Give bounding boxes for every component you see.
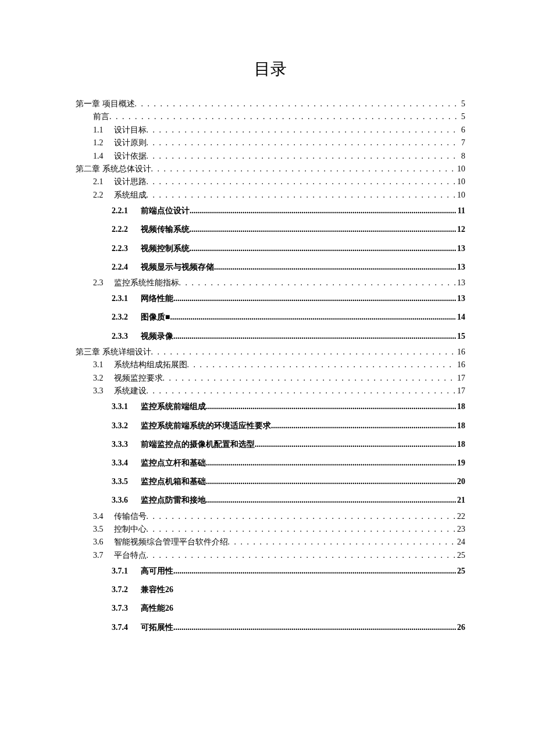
toc-entry: 3.7.1高可用性25 [112,562,465,581]
toc-entry-text: 网络性能 [141,289,173,308]
toc-leader-dots [147,549,456,562]
toc-entry: 1.1设计目标6 [93,124,465,137]
toc-entry-text: 前言 [93,110,109,123]
toc-entry-text: 高性能26 [141,599,173,618]
toc-leader-dots [255,435,456,454]
toc-entry-number: 3.7.4 [112,618,141,637]
toc-entry: 3.1系统结构组成拓展图16 [93,359,465,371]
toc-entry-text: 监控系统前端系统的环境适应性要求 [141,417,271,435]
toc-entry-text: 视频监控要求 [114,372,163,385]
toc-entry: 2.3监控系统性能指标13 [93,277,465,289]
toc-entry: 3.7平台特点25 [93,549,465,562]
toc-entry-page: 5 [460,98,465,110]
toc-leader-dots [173,618,456,637]
toc-entry: 2.2系统组成10 [93,189,465,202]
toc-entry-number: 3.7.2 [112,581,141,599]
toc-entry-page: 10 [456,189,465,202]
toc-entry: 3.3.5监控点机箱和基础20 [112,472,465,491]
toc-entry-page: 13 [456,258,465,277]
toc-entry: 2.3.3视频录像15 [112,327,465,346]
toc-entry-number: 3.4 [93,510,114,523]
toc-entry-page: 23 [456,523,465,536]
toc-entry-page: 17 [456,385,465,397]
toc-entry: 2.2.4视频显示与视频存储13 [112,258,465,277]
toc-entry-text: 设计目标 [114,124,147,137]
toc-leader-dots [190,239,456,258]
toc-entry-number: 3.7 [93,549,114,562]
toc-leader-dots [147,385,456,397]
toc-entry-text: 智能视频综合管理平台软件介绍 [114,536,228,549]
toc-entry-text: 图像质■ [141,308,170,327]
toc-entry-text: 传输信号 [114,510,147,523]
toc-entry-number: 3.3.6 [112,491,141,510]
toc-entry: 3.7.2兼容性26 [112,581,465,599]
toc-entry: 3.3.1监控系统前端组成18 [112,397,465,416]
toc-entry-text: 兼容性26 [141,581,173,599]
toc-leader-dots [147,510,456,523]
toc-entry: 2.1设计思路10 [93,175,465,188]
toc-entry: 3.3系统建设17 [93,385,465,397]
toc-entry-page: 16 [456,359,465,371]
table-of-contents: 第一章 项目概述5前言51.1设计目标61.2设计原则71.4设计依据8第二章 … [76,98,465,637]
toc-entry-number: 3.3.1 [112,397,141,416]
toc-entry-number: 2.3 [93,277,114,289]
toc-entry: 3.5控制中心23 [93,523,465,536]
toc-entry-page: 24 [456,536,465,549]
toc-leader-dots [163,372,456,385]
toc-entry-page: 25 [456,562,465,581]
toc-entry-text: 监控系统前端组成 [141,397,206,416]
toc-entry-number: 2.2.2 [112,220,141,239]
toc-entry-number: 3.7.3 [112,599,141,618]
toc-entry-page: 7 [460,137,465,149]
toc-entry-text: 系统结构组成拓展图 [114,359,187,371]
toc-entry: 3.3.3前端监控点的摄像机配置和选型18 [112,435,465,454]
toc-entry-page: 22 [456,510,465,523]
toc-entry-page: 13 [456,289,465,308]
toc-entry-text: 设计依据 [114,150,147,163]
toc-entry: 3.3.6监控点防雷和接地21 [112,491,465,510]
toc-entry-page: 17 [456,372,465,385]
toc-entry-text: 监控系统性能指标 [114,277,179,289]
toc-entry-number: 2.3.3 [112,327,141,346]
toc-entry: 3.7.4可拓展性26 [112,618,465,637]
toc-leader-dots [173,289,456,308]
toc-entry-text: 平台特点 [114,549,147,562]
toc-entry: 3.7.3高性能26 [112,599,465,618]
toc-entry-number: 1.1 [93,124,114,137]
toc-entry-number: 2.2 [93,189,114,202]
toc-leader-dots [206,472,456,491]
toc-entry-text: 监控点立杆和基础 [141,454,206,472]
toc-leader-dots [206,397,456,416]
toc-leader-dots [147,523,456,536]
toc-entry-number: 1.4 [93,150,114,163]
toc-entry-text: 高可用性 [141,562,173,581]
toc-entry-number: 3.5 [93,523,114,536]
toc-entry-number: 3.3 [93,385,114,397]
toc-entry-page: 20 [456,472,465,491]
toc-leader-dots [206,454,456,472]
toc-entry-page: 21 [456,491,465,510]
toc-entry-page: 14 [456,308,465,327]
toc-entry-page: 16 [456,346,465,359]
toc-entry-text: 系统组成 [114,189,147,202]
toc-entry-text: 设计思路 [114,175,147,188]
toc-entry-page: 10 [456,163,465,175]
toc-leader-dots [147,124,461,137]
toc-entry-page: 12 [456,220,465,239]
toc-entry-number: 1.2 [93,137,114,149]
toc-leader-dots [271,417,456,435]
document-page: 目录 第一章 项目概述5前言51.1设计目标61.2设计原则71.4设计依据8第… [0,0,535,753]
toc-entry-number: 3.6 [93,536,114,549]
toc-entry-page: 11 [456,202,465,220]
toc-entry: 3.3.4监控点立杆和基础19 [112,454,465,472]
toc-leader-dots [173,562,456,581]
toc-entry: 3.4传输信号22 [93,510,465,523]
toc-entry-page: 26 [456,618,465,637]
toc-entry: 1.2设计原则7 [93,137,465,149]
toc-entry-text: 第三章 系统详细设计 [76,346,151,359]
toc-entry-text: 视频控制系统 [141,239,190,258]
toc-entry-text: 监控点机箱和基础 [141,472,206,491]
toc-entry-page: 18 [456,435,465,454]
toc-entry: 1.4设计依据8 [93,150,465,163]
toc-entry-text: 系统建设 [114,385,147,397]
